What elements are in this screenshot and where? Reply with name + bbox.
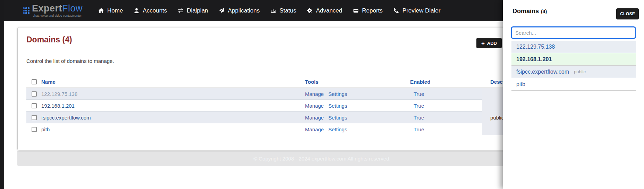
domain-name-link[interactable]: 192.168.1.201 xyxy=(41,103,75,109)
domain-name-link[interactable]: 122.129.75.138 xyxy=(41,91,77,97)
list-item[interactable]: fsipcc.expertflow.com - public xyxy=(511,66,636,78)
settings-link[interactable]: Settings xyxy=(328,91,347,97)
table-row: 192.168.1.201 Manage Settings True xyxy=(26,100,510,112)
domain-name-link[interactable]: pitb xyxy=(41,126,50,132)
row-checkbox[interactable] xyxy=(32,91,37,97)
table-header-row: Name Tools Enabled Description xyxy=(26,76,510,88)
list-item[interactable]: pitb xyxy=(511,78,636,91)
enabled-value: True xyxy=(409,91,482,97)
nav-item-dialplan[interactable]: Dialplan xyxy=(177,7,208,14)
nav-menu: Home Accounts Dialplan Applications Stat… xyxy=(98,7,440,14)
table-row: 122.129.75.138 Manage Settings True xyxy=(26,88,510,100)
nav-item-status[interactable]: Status xyxy=(270,7,296,14)
nav-item-reports[interactable]: Reports xyxy=(353,7,383,14)
settings-link[interactable]: Settings xyxy=(328,115,347,121)
paper-plane-icon xyxy=(219,8,225,14)
row-checkbox[interactable] xyxy=(32,127,37,132)
enabled-value: True xyxy=(409,115,482,121)
add-button[interactable]: + ADD xyxy=(476,38,502,48)
manage-link[interactable]: Manage xyxy=(305,115,324,121)
page-subtitle: Control the list of domains to manage. xyxy=(26,58,114,64)
nav-item-accounts[interactable]: Accounts xyxy=(133,7,167,14)
manage-link[interactable]: Manage xyxy=(305,91,324,97)
enabled-value: True xyxy=(409,103,482,109)
swap-arrows-icon xyxy=(177,8,184,14)
bar-chart-icon xyxy=(270,8,276,14)
phone-icon xyxy=(393,8,399,14)
nav-item-preview-dialer[interactable]: Preview Dialer xyxy=(393,7,441,14)
panel-header: Domains (4) xyxy=(512,8,547,15)
list-item[interactable]: 122.129.75.138 xyxy=(511,41,636,53)
list-item-selected[interactable]: 192.168.1.201 xyxy=(511,53,636,66)
domains-card: Domains (4) + ADD Control the list of do… xyxy=(17,27,510,150)
column-header-tools: Tools xyxy=(304,79,409,85)
logo-wordmark: ExpertFlow xyxy=(32,4,83,13)
nav-item-home[interactable]: Home xyxy=(98,7,123,14)
enabled-value: True xyxy=(409,126,482,132)
row-checkbox[interactable] xyxy=(32,103,37,108)
panel-count-badge: (4) xyxy=(541,9,547,14)
expertflow-logo[interactable]: ExpertFlow chat, voice and video contact… xyxy=(23,4,83,17)
item-description-suffix: - public xyxy=(571,69,586,74)
settings-link[interactable]: Settings xyxy=(328,103,347,109)
copyright-text: © Copyright 2008 - 2024 expertflow.com A… xyxy=(253,156,390,162)
panel-title: Domains xyxy=(512,8,539,15)
home-icon xyxy=(98,8,104,14)
table-row: fsipcc.expertflow.com Manage Settings Tr… xyxy=(26,112,510,123)
manage-link[interactable]: Manage xyxy=(305,126,324,132)
page-title: Domains (4) xyxy=(26,35,72,44)
domain-quick-list: 122.129.75.138 192.168.1.201 fsipcc.expe… xyxy=(511,41,636,91)
drive-icon xyxy=(353,8,359,14)
manage-link[interactable]: Manage xyxy=(305,103,324,109)
left-edge-strip xyxy=(0,0,4,189)
column-header-name: Name xyxy=(40,79,304,85)
select-all-checkbox[interactable] xyxy=(32,79,37,84)
nav-item-advanced[interactable]: Advanced xyxy=(307,7,342,14)
domains-table: Name Tools Enabled Description 122.129.7… xyxy=(26,76,510,135)
domains-side-panel: Domains (4) CLOSE 122.129.75.138 192.168… xyxy=(503,0,644,189)
row-checkbox[interactable] xyxy=(32,115,37,120)
column-header-enabled: Enabled xyxy=(409,79,482,85)
logo-tagline: chat, voice and video contactcenter xyxy=(33,14,82,17)
person-icon xyxy=(133,8,139,14)
gear-icon xyxy=(307,8,313,14)
domain-name-link[interactable]: fsipcc.expertflow.com xyxy=(41,115,91,121)
search-input[interactable] xyxy=(511,26,636,39)
nav-item-applications[interactable]: Applications xyxy=(219,7,260,14)
logo-dots-icon xyxy=(23,7,29,14)
table-row: pitb Manage Settings True xyxy=(26,123,510,135)
settings-link[interactable]: Settings xyxy=(328,126,347,132)
close-button[interactable]: CLOSE xyxy=(616,8,639,19)
plus-icon: + xyxy=(481,40,485,46)
